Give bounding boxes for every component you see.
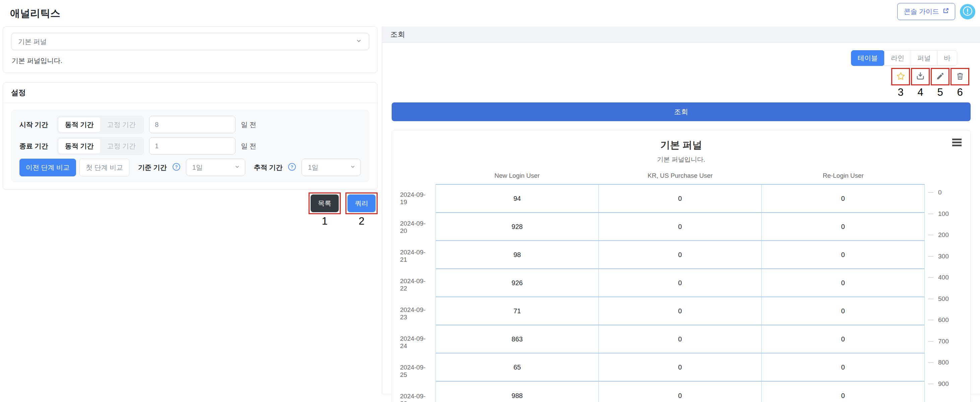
config-panel: 기본 퍼널 기본 퍼널입니다. 설정 시작 기간 동적 기간 고정 기간 일 전 bbox=[3, 27, 378, 227]
query-button[interactable]: 쿼리 bbox=[347, 195, 375, 212]
y-axis-tick: 900 bbox=[928, 380, 949, 388]
tick-mark bbox=[928, 384, 934, 384]
delete-button[interactable] bbox=[953, 70, 967, 83]
table-cell: 0 bbox=[599, 241, 762, 269]
row-date-label: 2024-09-23 bbox=[400, 299, 436, 328]
start-days-input[interactable] bbox=[149, 116, 235, 133]
table-row: 9400 bbox=[436, 185, 924, 213]
svg-text:?: ? bbox=[291, 165, 293, 169]
table-cell: 0 bbox=[762, 185, 924, 212]
column-header: KR, US Purchase User bbox=[599, 172, 762, 184]
table-row: 86300 bbox=[436, 325, 924, 353]
base-period-label: 기준 기간 bbox=[138, 163, 167, 172]
chart-card: 기본 퍼널 기본 퍼널입니다. 2024-09-192024-09-202024… bbox=[392, 130, 970, 402]
table-row: 6500 bbox=[436, 353, 924, 381]
y-axis-tick: 0 bbox=[928, 189, 942, 196]
table-row: 9800 bbox=[436, 241, 924, 269]
settings-card: 설정 시작 기간 동적 기간 고정 기간 일 전 종료 기간 동적 기간 bbox=[3, 82, 378, 190]
end-fixed-option[interactable]: 고정 기간 bbox=[100, 139, 143, 154]
end-period-toggle: 동적 기간 고정 기간 bbox=[57, 137, 144, 155]
download-icon bbox=[916, 72, 925, 82]
favorite-button[interactable] bbox=[893, 70, 908, 83]
y-axis-tick: 600 bbox=[928, 316, 949, 324]
tab-라인[interactable]: 라인 bbox=[884, 50, 911, 66]
row-date-label: 2024-09-26 bbox=[400, 386, 436, 402]
track-period-select[interactable]: 1일 bbox=[302, 159, 361, 176]
download-button[interactable] bbox=[913, 70, 928, 83]
table-cell: 0 bbox=[762, 241, 924, 269]
table-row: 98800 bbox=[436, 381, 924, 402]
view-tabs: 테이블라인퍼널바 bbox=[392, 50, 957, 66]
start-days-suffix: 일 전 bbox=[241, 120, 256, 129]
table-cell: 94 bbox=[436, 185, 599, 212]
y-axis-tick: 400 bbox=[928, 274, 949, 281]
tick-label: 400 bbox=[938, 274, 949, 281]
tick-label: 700 bbox=[938, 338, 949, 345]
annotation-number-5: 5 bbox=[937, 86, 943, 98]
annotation-number-6: 6 bbox=[957, 86, 963, 98]
star-icon bbox=[896, 72, 905, 82]
run-query-button[interactable]: 조회 bbox=[392, 103, 970, 121]
base-period-help-icon[interactable]: ? bbox=[172, 163, 181, 173]
tick-label: 200 bbox=[938, 231, 949, 239]
start-period-toggle: 동적 기간 고정 기간 bbox=[57, 116, 144, 133]
chart-context-menu-icon[interactable] bbox=[952, 139, 962, 147]
start-period-label: 시작 기간 bbox=[19, 120, 52, 129]
tick-label: 800 bbox=[938, 359, 949, 366]
page-title: 애널리틱스 bbox=[10, 7, 60, 21]
list-button[interactable]: 목록 bbox=[310, 195, 339, 212]
table-cell: 0 bbox=[762, 269, 924, 297]
tick-mark bbox=[928, 299, 934, 299]
start-fixed-option[interactable]: 고정 기간 bbox=[100, 117, 143, 132]
base-period-select[interactable]: 1일 bbox=[186, 159, 245, 176]
table-cell: 71 bbox=[436, 297, 599, 325]
table-cell: 98 bbox=[436, 241, 599, 269]
y-axis-tick: 500 bbox=[928, 295, 949, 302]
tab-바[interactable]: 바 bbox=[937, 50, 957, 66]
start-period-row: 시작 기간 동적 기간 고정 기간 일 전 bbox=[19, 116, 361, 133]
annotation-box-2: 쿼리 bbox=[345, 193, 378, 214]
track-period-help-icon[interactable]: ? bbox=[288, 163, 296, 173]
row-date-label: 2024-09-25 bbox=[400, 357, 436, 386]
edit-button[interactable] bbox=[933, 70, 948, 83]
settings-title: 설정 bbox=[3, 83, 377, 103]
y-axis: 01002003004005006007008009001000 bbox=[925, 184, 962, 402]
table-cell: 0 bbox=[762, 353, 924, 381]
start-dynamic-option[interactable]: 동적 기간 bbox=[58, 117, 100, 132]
tick-mark bbox=[928, 214, 934, 214]
tick-mark bbox=[928, 320, 934, 320]
funnel-select[interactable]: 기본 퍼널 bbox=[11, 33, 369, 50]
annotation-number-4: 4 bbox=[917, 86, 923, 98]
table-cell: 0 bbox=[599, 297, 762, 325]
tick-label: 900 bbox=[938, 380, 949, 388]
annotation-box-6 bbox=[950, 68, 969, 85]
date-labels: 2024-09-192024-09-202024-09-212024-09-22… bbox=[400, 172, 436, 402]
table-cell: 0 bbox=[599, 213, 762, 241]
table-cell: 0 bbox=[599, 353, 762, 381]
y-axis-tick: 700 bbox=[928, 338, 949, 345]
table-row: 92600 bbox=[436, 269, 924, 297]
compare-previous-step-button[interactable]: 이전 단계 비교 bbox=[19, 159, 76, 176]
table-cell: 0 bbox=[762, 297, 924, 325]
tick-label: 0 bbox=[938, 189, 942, 196]
annotation-box-1: 목록 bbox=[309, 193, 341, 214]
table-cell: 0 bbox=[599, 185, 762, 212]
tab-퍼널[interactable]: 퍼널 bbox=[911, 50, 937, 66]
tick-mark bbox=[928, 277, 934, 278]
table-cell: 926 bbox=[436, 269, 599, 297]
end-dynamic-option[interactable]: 동적 기간 bbox=[58, 139, 100, 154]
tick-mark bbox=[928, 235, 934, 235]
topbar-actions: 콘솔 가이드 bbox=[897, 3, 975, 20]
compare-first-step-button[interactable]: 첫 단계 비교 bbox=[80, 159, 129, 176]
tick-label: 100 bbox=[938, 210, 949, 218]
end-days-input[interactable] bbox=[149, 137, 235, 155]
column-header: Re-Login User bbox=[762, 172, 925, 184]
row-date-label: 2024-09-20 bbox=[400, 213, 436, 242]
table-cell: 0 bbox=[599, 269, 762, 297]
table-cell: 863 bbox=[436, 325, 599, 353]
tab-테이블[interactable]: 테이블 bbox=[851, 50, 885, 66]
table-wrap: New Login UserKR, US Purchase UserRe-Log… bbox=[436, 172, 925, 402]
console-guide-button[interactable]: 콘솔 가이드 bbox=[897, 3, 955, 20]
help-fab-button[interactable] bbox=[960, 4, 975, 19]
external-link-icon bbox=[942, 8, 949, 16]
